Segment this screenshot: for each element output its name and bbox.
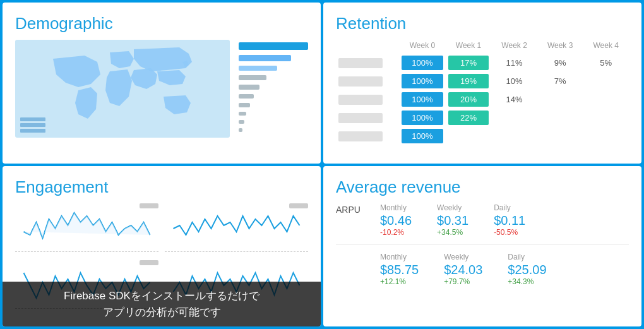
subtitle-bar: Firebase SDKをインストールするだけで アプリの分析が可能です (3, 282, 321, 326)
arpu-monthly-change: -10.2% (380, 228, 412, 237)
row2-daily-change: +34.3% (508, 277, 546, 286)
col-week4: Week 4 (583, 40, 629, 54)
cell-week1-r2: 19% (448, 74, 489, 88)
world-map (15, 40, 230, 138)
revenue-divider (336, 244, 629, 245)
table-row: 100% 20% 14% (336, 90, 629, 109)
row2-monthly-change: +12.1% (380, 277, 419, 286)
revenue-content: ARPU Monthly $0.46 -10.2% Weekly $0.31 +… (336, 203, 629, 286)
cell-week2-r3: 14% (491, 90, 537, 109)
row2-weekly-change: +79.7% (444, 277, 482, 286)
engagement-title: Engagement (15, 177, 308, 197)
demographic-content (15, 40, 308, 138)
cell-week1-r4: 22% (448, 111, 489, 125)
cell-week3-r2: 7% (537, 72, 583, 90)
subtitle-line2: アプリの分析が可能です (15, 304, 308, 321)
arpu-daily-change: -50.5% (494, 228, 525, 237)
engagement-panel: Engagement (3, 166, 321, 327)
cell-week0-r3: 100% (402, 92, 443, 107)
col-week2: Week 2 (491, 40, 537, 54)
retention-title: Retention (336, 14, 629, 33)
cell-week0-r1: 100% (402, 56, 443, 70)
revenue-title: Average revenue (336, 177, 629, 197)
row2-weekly: Weekly $24.03 +79.7% (444, 253, 482, 286)
demographic-bar-chart (239, 42, 308, 132)
cell-week3-r1: 9% (537, 54, 583, 72)
average-revenue-panel: Average revenue ARPU Monthly $0.46 -10.2… (323, 166, 641, 327)
cell-week2-r2: 10% (491, 72, 537, 90)
row2-cols: Monthly $85.75 +12.1% Weekly $24.03 +79.… (380, 253, 547, 286)
cell-week1-r1: 17% (448, 56, 489, 70)
table-row: 100% 19% 10% 7% (336, 72, 629, 90)
row2-weekly-period: Weekly (444, 253, 482, 261)
demographic-title: Demographic (15, 14, 308, 33)
row2-monthly-amount: $85.75 (380, 263, 419, 277)
table-row: 100% (336, 127, 629, 145)
arpu-daily-period: Daily (494, 203, 525, 212)
spark-label-3 (140, 260, 158, 265)
cell-week2-r1: 11% (491, 54, 537, 72)
sparkline-top-left (15, 203, 158, 254)
sparkline-top-right (165, 203, 308, 254)
arpu-weekly-period: Weekly (437, 203, 468, 212)
col-label (336, 40, 399, 54)
arpu-monthly-amount: $0.46 (380, 213, 412, 228)
demographic-panel: Demographic (3, 3, 321, 164)
row2-monthly-period: Monthly (380, 253, 419, 261)
row2-daily: Daily $25.09 +34.3% (508, 253, 546, 286)
subtitle-line1: Firebase SDKをインストールするだけで (15, 288, 308, 304)
row2-monthly: Monthly $85.75 +12.1% (380, 253, 419, 286)
arpu-daily-amount: $0.11 (494, 213, 525, 228)
arpu-label: ARPU (336, 203, 367, 215)
cell-week0-r4: 100% (402, 111, 443, 125)
retention-table: Week 0 Week 1 Week 2 Week 3 Week 4 100% … (336, 40, 629, 145)
col-week1: Week 1 (446, 40, 492, 54)
arpu-weekly-amount: $0.31 (437, 213, 468, 228)
row2-label (336, 253, 367, 254)
arpu-weekly: Weekly $0.31 +34.5% (437, 203, 468, 237)
col-week3: Week 3 (537, 40, 583, 54)
spark-label-2 (289, 203, 308, 208)
col-week0: Week 0 (399, 40, 446, 54)
cell-week1-r3: 20% (448, 92, 489, 107)
spark-label-1 (140, 203, 158, 208)
cell-week0-r5: 100% (402, 129, 443, 143)
arpu-daily: Daily $0.11 -50.5% (494, 203, 525, 237)
retention-panel: Retention Week 0 Week 1 Week 2 Week 3 We… (323, 3, 641, 164)
row2-weekly-amount: $24.03 (444, 263, 482, 277)
cell-week0-r2: 100% (402, 74, 443, 88)
revenue-row-2: Monthly $85.75 +12.1% Weekly $24.03 +79.… (336, 253, 629, 286)
revenue-row-arpu: ARPU Monthly $0.46 -10.2% Weekly $0.31 +… (336, 203, 629, 237)
arpu-cols: Monthly $0.46 -10.2% Weekly $0.31 +34.5%… (380, 203, 525, 237)
arpu-monthly: Monthly $0.46 -10.2% (380, 203, 412, 237)
table-row: 100% 22% (336, 109, 629, 127)
row2-daily-amount: $25.09 (508, 263, 546, 277)
cell-week4-r1: 5% (583, 54, 629, 72)
arpu-monthly-period: Monthly (380, 203, 412, 212)
row2-daily-period: Daily (508, 253, 546, 261)
arpu-weekly-change: +34.5% (437, 228, 468, 237)
table-row: 100% 17% 11% 9% 5% (336, 54, 629, 72)
dashboard: Demographic (0, 0, 644, 329)
